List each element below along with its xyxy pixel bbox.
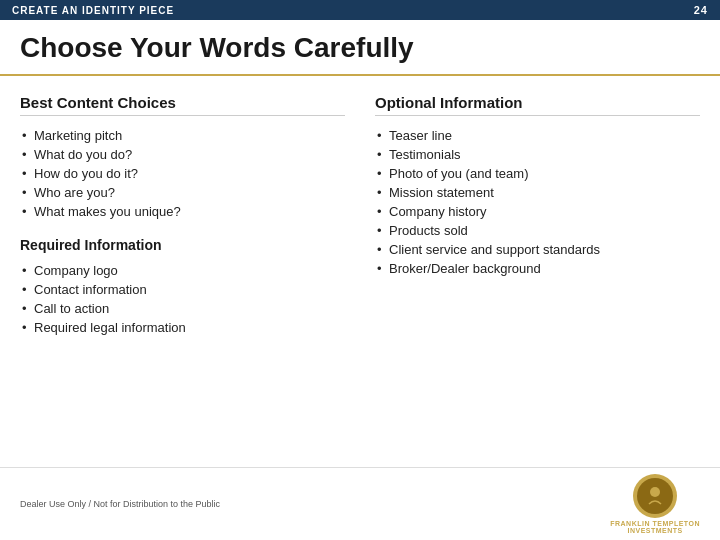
header-label: CREATE AN IDENTITY PIECE bbox=[12, 5, 174, 16]
header-bar: CREATE AN IDENTITY PIECE 24 bbox=[0, 0, 720, 20]
list-item: Mission statement bbox=[375, 183, 700, 202]
list-item: Photo of you (and team) bbox=[375, 164, 700, 183]
list-item: Products sold bbox=[375, 221, 700, 240]
footer-text: Dealer Use Only / Not for Distribution t… bbox=[20, 499, 220, 509]
list-item: How do you do it? bbox=[20, 164, 345, 183]
right-column: Optional Information Teaser line Testimo… bbox=[375, 94, 700, 353]
left-column: Best Content Choices Marketing pitch Wha… bbox=[20, 94, 345, 353]
optional-information-heading: Optional Information bbox=[375, 94, 700, 116]
required-list: Company logo Contact information Call to… bbox=[20, 261, 345, 337]
svg-point-0 bbox=[650, 487, 660, 497]
logo-line1: FRANKLIN TEMPLETON bbox=[610, 520, 700, 527]
best-content-heading: Best Content Choices bbox=[20, 94, 345, 116]
franklin-templeton-icon bbox=[643, 484, 667, 508]
best-content-list: Marketing pitch What do you do? How do y… bbox=[20, 126, 345, 221]
list-item: Teaser line bbox=[375, 126, 700, 145]
page-title: Choose Your Words Carefully bbox=[20, 32, 700, 64]
content-area: Best Content Choices Marketing pitch Wha… bbox=[0, 76, 720, 363]
list-item: Testimonials bbox=[375, 145, 700, 164]
list-item: What do you do? bbox=[20, 145, 345, 164]
list-item: Who are you? bbox=[20, 183, 345, 202]
footer-bar: Dealer Use Only / Not for Distribution t… bbox=[0, 467, 720, 540]
list-item: Client service and support standards bbox=[375, 240, 700, 259]
list-item: Marketing pitch bbox=[20, 126, 345, 145]
list-item: What makes you unique? bbox=[20, 202, 345, 221]
logo-inner bbox=[637, 478, 673, 514]
required-information-heading: Required Information bbox=[20, 237, 345, 253]
logo-circle bbox=[633, 474, 677, 518]
list-item: Broker/Dealer background bbox=[375, 259, 700, 278]
optional-list: Teaser line Testimonials Photo of you (a… bbox=[375, 126, 700, 278]
page-number: 24 bbox=[694, 4, 708, 16]
list-item: Company history bbox=[375, 202, 700, 221]
title-section: Choose Your Words Carefully bbox=[0, 20, 720, 76]
list-item: Contact information bbox=[20, 280, 345, 299]
list-item: Required legal information bbox=[20, 318, 345, 337]
list-item: Call to action bbox=[20, 299, 345, 318]
logo-area: FRANKLIN TEMPLETON INVESTMENTS bbox=[610, 474, 700, 534]
logo-line2: INVESTMENTS bbox=[627, 527, 682, 534]
list-item: Company logo bbox=[20, 261, 345, 280]
